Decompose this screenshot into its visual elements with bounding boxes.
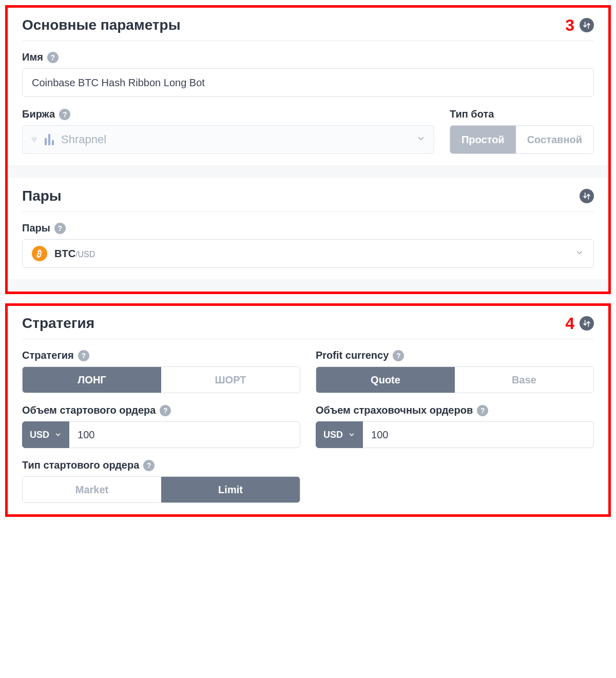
exchange-select[interactable]: ♥ Shrapnel bbox=[22, 125, 434, 154]
exchange-value: Shrapnel bbox=[61, 133, 409, 146]
start-order-value-input[interactable] bbox=[69, 421, 300, 448]
start-order-type-label-row: Тип стартового ордера ? bbox=[22, 459, 300, 471]
help-icon[interactable]: ? bbox=[47, 52, 59, 63]
profit-currency-quote-button[interactable]: Quote bbox=[316, 367, 455, 393]
pairs-label: Пары bbox=[22, 222, 50, 234]
field-start-order-type: Тип стартового ордера ? Market Limit bbox=[22, 459, 300, 503]
pair-base: BTC bbox=[54, 248, 75, 259]
field-bot-type: Тип бота Простой Составной bbox=[450, 108, 594, 154]
start-order-type-label: Тип стартового ордера bbox=[22, 459, 139, 471]
name-label: Имя bbox=[22, 51, 43, 63]
start-order-input-group: USD bbox=[22, 421, 300, 448]
main-settings-title: Основные параметры bbox=[22, 17, 181, 33]
safety-order-volume-label-row: Объем страховочных ордеров ? bbox=[316, 404, 594, 416]
section-header-main: Основные параметры 3 bbox=[22, 17, 594, 41]
panel-main-and-pairs: Основные параметры 3 Имя ? Биржа bbox=[5, 5, 611, 294]
order-type-limit-button[interactable]: Limit bbox=[161, 477, 300, 502]
safety-order-input-group: USD bbox=[316, 421, 594, 448]
bot-type-composite-button[interactable]: Составной bbox=[516, 126, 593, 153]
profit-currency-toggle: Quote Base bbox=[316, 366, 594, 393]
exchange-label-row: Биржа ? bbox=[22, 108, 434, 120]
help-icon[interactable]: ? bbox=[143, 460, 155, 471]
empty-col bbox=[316, 459, 594, 503]
section-header-pairs: Пары bbox=[22, 188, 594, 212]
field-strategy: Стратегия ? ЛОНГ ШОРТ bbox=[22, 350, 300, 393]
start-order-volume-label-row: Объем стартового ордера ? bbox=[22, 404, 300, 416]
bot-type-label-row: Тип бота bbox=[450, 108, 594, 120]
chevron-down-icon bbox=[416, 134, 426, 145]
strategy-toggle: ЛОНГ ШОРТ bbox=[22, 366, 300, 393]
pair-select[interactable]: ₿ BTC/USD bbox=[22, 239, 594, 268]
annotation-number-3: 3 bbox=[565, 17, 574, 33]
heart-icon: ♥ bbox=[31, 133, 37, 146]
profit-currency-base-button[interactable]: Base bbox=[455, 367, 593, 393]
exchange-label: Биржа bbox=[22, 108, 55, 120]
start-order-currency: USD bbox=[30, 430, 49, 440]
section-main-settings: Основные параметры 3 Имя ? Биржа bbox=[8, 8, 608, 165]
strategy-label: Стратегия bbox=[22, 350, 74, 361]
safety-order-currency-select[interactable]: USD bbox=[316, 421, 363, 448]
field-name: Имя ? bbox=[22, 51, 594, 97]
start-order-type-toggle: Market Limit bbox=[22, 476, 300, 503]
help-icon[interactable]: ? bbox=[477, 405, 488, 416]
swap-icon[interactable] bbox=[580, 18, 594, 32]
help-icon[interactable]: ? bbox=[54, 223, 66, 234]
profit-currency-label: Profit currency bbox=[316, 350, 389, 361]
panel-strategy: Стратегия 4 Стратегия ? ЛОНГ ШОРТ bbox=[5, 303, 611, 517]
strategy-long-button[interactable]: ЛОНГ bbox=[23, 367, 161, 393]
header-right-main: 3 bbox=[565, 17, 594, 33]
bot-type-label: Тип бота bbox=[450, 108, 494, 120]
name-label-row: Имя ? bbox=[22, 51, 594, 63]
order-type-market-button[interactable]: Market bbox=[23, 477, 161, 502]
field-start-order-volume: Объем стартового ордера ? USD bbox=[22, 404, 300, 448]
profit-currency-label-row: Profit currency ? bbox=[316, 350, 594, 361]
help-icon[interactable]: ? bbox=[59, 109, 70, 120]
annotation-number-4: 4 bbox=[565, 315, 574, 332]
exchange-logo-icon bbox=[45, 134, 54, 145]
name-input[interactable] bbox=[22, 68, 594, 97]
pairs-label-row: Пары ? bbox=[22, 222, 594, 234]
field-profit-currency: Profit currency ? Quote Base bbox=[316, 350, 594, 393]
pair-text: BTC/USD bbox=[54, 248, 95, 260]
swap-icon[interactable] bbox=[580, 189, 594, 203]
chevron-down-icon bbox=[575, 248, 584, 259]
section-gap bbox=[8, 279, 608, 292]
safety-order-volume-label: Объем страховочных ордеров bbox=[316, 404, 473, 416]
swap-icon[interactable] bbox=[580, 316, 594, 331]
safety-order-currency: USD bbox=[323, 430, 343, 440]
bitcoin-icon: ₿ bbox=[30, 244, 49, 263]
pair-quote: /USD bbox=[75, 250, 95, 259]
section-pairs: Пары Пары ? ₿ BTC/USD bbox=[8, 178, 608, 279]
header-right-strategy: 4 bbox=[565, 315, 594, 332]
pairs-title: Пары bbox=[22, 188, 62, 204]
help-icon[interactable]: ? bbox=[78, 350, 89, 361]
field-exchange: Биржа ? ♥ Shrapnel bbox=[22, 108, 434, 154]
section-strategy: Стратегия 4 Стратегия ? ЛОНГ ШОРТ bbox=[8, 306, 608, 514]
chevron-down-icon bbox=[348, 431, 355, 438]
start-order-currency-select[interactable]: USD bbox=[22, 421, 69, 448]
header-right-pairs bbox=[580, 189, 594, 203]
help-icon[interactable]: ? bbox=[160, 405, 171, 416]
strategy-title: Стратегия bbox=[22, 315, 94, 332]
safety-order-value-input[interactable] bbox=[363, 421, 594, 448]
chevron-down-icon bbox=[54, 431, 62, 438]
strategy-short-button[interactable]: ШОРТ bbox=[161, 367, 300, 393]
field-safety-order-volume: Объем страховочных ордеров ? USD bbox=[316, 404, 594, 448]
bot-type-simple-button[interactable]: Простой bbox=[450, 126, 516, 153]
start-order-volume-label: Объем стартового ордера bbox=[22, 404, 156, 416]
bot-type-toggle: Простой Составной bbox=[450, 125, 594, 154]
help-icon[interactable]: ? bbox=[393, 350, 404, 361]
strategy-label-row: Стратегия ? bbox=[22, 350, 300, 361]
section-header-strategy: Стратегия 4 bbox=[22, 315, 594, 339]
section-gap bbox=[8, 165, 608, 178]
